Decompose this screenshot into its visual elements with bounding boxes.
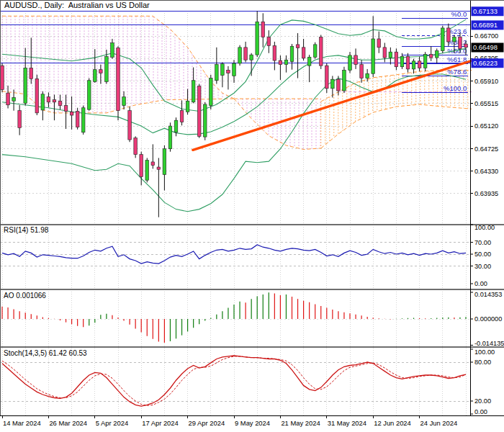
- svg-text:0.64330: 0.64330: [474, 168, 498, 175]
- svg-text:0.65120: 0.65120: [474, 122, 498, 130]
- svg-text:50.00: 50.00: [474, 251, 491, 258]
- ao-indicator-label: AO 0.001066: [4, 292, 46, 300]
- svg-text:0.00: 0.00: [474, 280, 487, 287]
- price-chart-svg: %0.0%23.6%38.2%50.0%61.8%78.6%100.00.667…: [0, 0, 504, 432]
- svg-text:0.65910: 0.65910: [474, 78, 498, 85]
- chart-title: AUDUSD., Daily: Australian vs US Dollar: [4, 1, 150, 9]
- svg-text:70.00: 70.00: [474, 239, 491, 246]
- x-axis-label: 5 Apr 2024: [96, 419, 128, 427]
- svg-text:0.000000: 0.000000: [474, 315, 502, 323]
- svg-text:100.00: 100.00: [474, 224, 495, 231]
- svg-text:0.64725: 0.64725: [474, 145, 498, 153]
- x-axis-label: 9 May 2024: [235, 419, 270, 427]
- svg-text:20.00: 20.00: [474, 397, 491, 405]
- svg-text:100.00: 100.00: [474, 348, 495, 356]
- x-axis-label: 12 Jun 2024: [374, 419, 411, 427]
- x-axis-label: 17 Apr 2024: [142, 419, 179, 427]
- svg-text:0.66700: 0.66700: [474, 32, 498, 40]
- x-axis-label: 29 Apr 2024: [189, 419, 225, 427]
- x-axis-label: 26 Mar 2024: [49, 419, 87, 427]
- svg-text:30.00: 30.00: [474, 263, 491, 270]
- mt4-chart-window: %0.0%23.6%38.2%50.0%61.8%78.6%100.00.667…: [0, 0, 504, 432]
- rsi-indicator-label: RSI(14) 51.98: [4, 226, 48, 234]
- svg-text:0.65515: 0.65515: [474, 100, 498, 107]
- x-axis-label: 14 Mar 2024: [3, 419, 41, 427]
- stoch-indicator-label: Stoch(14,3,5) 61.42 60.53: [4, 349, 87, 357]
- svg-text:-0.014135: -0.014135: [474, 340, 504, 347]
- svg-text:0.014353: 0.014353: [474, 291, 502, 298]
- x-axis-label: 31 May 2024: [328, 419, 366, 427]
- svg-text:0.63935: 0.63935: [474, 190, 498, 197]
- svg-text:80.00: 80.00: [474, 359, 491, 366]
- svg-text:0.66891: 0.66891: [473, 21, 498, 29]
- svg-text:%50.0: %50.0: [447, 47, 467, 55]
- svg-text:0.00: 0.00: [474, 408, 487, 415]
- x-axis-label: 21 May 2024: [281, 419, 320, 427]
- svg-text:%100.0: %100.0: [444, 84, 467, 92]
- x-axis-label: 24 Jun 2024: [420, 419, 458, 427]
- svg-text:%78.6: %78.6: [447, 68, 467, 76]
- svg-text:0.67133: 0.67133: [473, 7, 498, 15]
- svg-text:0.66223: 0.66223: [473, 59, 498, 67]
- svg-text:0.66498: 0.66498: [473, 43, 498, 51]
